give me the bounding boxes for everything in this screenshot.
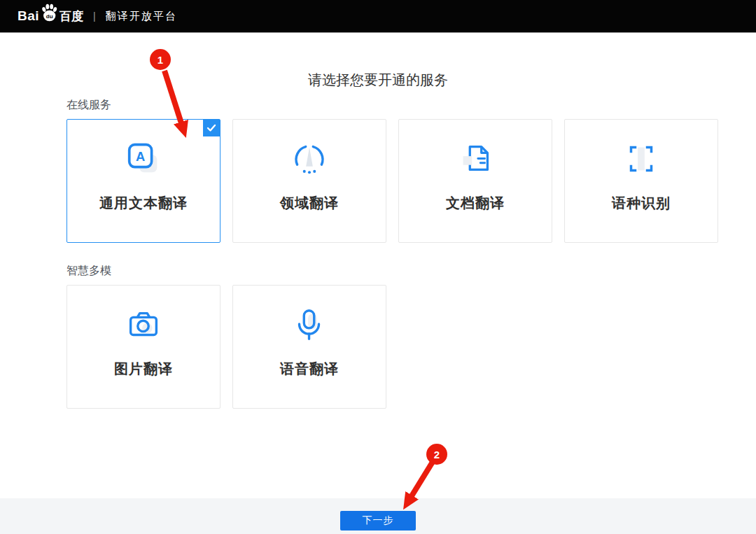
product-name: 翻译开放平台: [106, 10, 177, 23]
baidu-logo[interactable]: Bai du 百度: [18, 8, 83, 25]
card-label: 语音翻译: [280, 360, 339, 379]
service-selection-page: Bai du 百度 | 翻译开放平台 请选择您要开通的服务 在线服务: [0, 0, 756, 534]
top-navbar: Bai du 百度 | 翻译开放平台: [0, 0, 756, 33]
annotation-step-2-badge: 2: [426, 444, 447, 465]
domain-translate-icon: [289, 139, 330, 179]
card-label: 领域翻译: [280, 194, 339, 213]
card-label: 图片翻译: [114, 360, 173, 379]
footer-bar: 下一步: [0, 498, 756, 534]
section-label-smart-multimodal: 智慧多模: [66, 264, 111, 279]
section-label-online-services: 在线服务: [66, 98, 111, 113]
annotation-step-1-badge: 1: [150, 49, 171, 70]
baidu-logo-cn: 百度: [59, 8, 83, 24]
text-translate-icon: A: [123, 139, 164, 179]
selected-check-icon: [203, 120, 220, 136]
card-document-translation[interactable]: 文档翻译: [398, 119, 552, 243]
next-button[interactable]: 下一步: [340, 511, 416, 531]
card-image-translation[interactable]: 图片翻译: [66, 285, 220, 409]
smart-multimodal-row: 图片翻译 语音翻译: [66, 285, 386, 409]
card-label: 通用文本翻译: [99, 194, 188, 213]
baidu-paw-icon: du: [40, 3, 59, 25]
document-translate-icon: [455, 139, 496, 179]
card-domain-translation[interactable]: 领域翻译: [232, 119, 386, 243]
svg-text:A: A: [136, 149, 145, 164]
online-services-row: A 通用文本翻译 领域翻译: [66, 119, 718, 243]
page-title: 请选择您要开通的服务: [0, 71, 756, 90]
card-general-text-translation[interactable]: A 通用文本翻译: [66, 119, 220, 243]
speech-translate-icon: [289, 304, 330, 345]
language-detect-icon: [621, 139, 662, 179]
baidu-logo-text: Bai: [18, 8, 39, 24]
card-label: 语种识别: [612, 194, 671, 213]
image-translate-icon: [123, 304, 164, 345]
card-label: 文档翻译: [446, 194, 505, 213]
header-divider: |: [93, 10, 96, 22]
card-speech-translation[interactable]: 语音翻译: [232, 285, 386, 409]
card-language-detection[interactable]: 语种识别: [564, 119, 718, 243]
svg-text:du: du: [46, 13, 53, 19]
